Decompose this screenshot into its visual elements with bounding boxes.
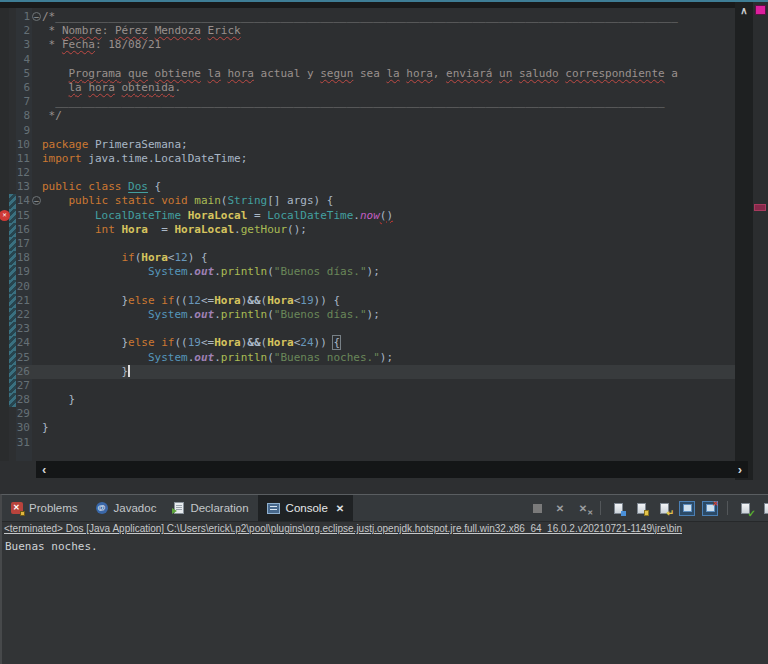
code-line[interactable]: 7 ______________________________________… bbox=[0, 95, 735, 109]
line-number[interactable]: 18 bbox=[16, 251, 32, 265]
line-number[interactable]: 19 bbox=[16, 265, 32, 279]
error-icon[interactable]: ✕ bbox=[0, 210, 10, 221]
line-number[interactable]: 11 bbox=[16, 152, 32, 166]
collapse-icon[interactable]: − bbox=[32, 196, 41, 205]
line-marker-cell bbox=[0, 336, 9, 350]
code-line[interactable]: 1−/*____________________________________… bbox=[0, 10, 735, 24]
code-line[interactable]: 17 bbox=[0, 237, 735, 251]
code-line[interactable]: 25 System.out.println("Buenas noches."); bbox=[0, 351, 735, 365]
tab-javadoc[interactable]: Javadoc bbox=[87, 495, 166, 521]
line-number[interactable]: 10 bbox=[16, 138, 32, 152]
code-line[interactable]: 5 Programa que obtiene la hora actual y … bbox=[0, 67, 735, 81]
line-number[interactable]: 25 bbox=[16, 351, 32, 365]
line-number[interactable]: 24 bbox=[16, 336, 32, 350]
line-number[interactable]: 14 bbox=[16, 194, 32, 208]
line-number[interactable]: 3 bbox=[16, 38, 32, 52]
fold-column bbox=[32, 124, 42, 138]
show-stdout-toggle-button[interactable] bbox=[679, 501, 695, 516]
fold-column bbox=[32, 223, 42, 237]
pin-console-button[interactable] bbox=[737, 501, 753, 516]
line-number[interactable]: 8 bbox=[16, 109, 32, 123]
fold-column bbox=[32, 308, 42, 322]
code-line[interactable]: 9 bbox=[0, 124, 735, 138]
code-line[interactable]: 13public class Dos { bbox=[0, 180, 735, 194]
line-number[interactable]: 6 bbox=[16, 81, 32, 95]
range-indicator bbox=[9, 322, 16, 336]
line-number[interactable]: 16 bbox=[16, 223, 32, 237]
code-line[interactable]: 20 bbox=[0, 280, 735, 294]
scroll-left-icon[interactable]: ‹ bbox=[42, 462, 46, 477]
code-line[interactable]: 23 bbox=[0, 322, 735, 336]
scroll-up-icon[interactable]: ∧ bbox=[735, 5, 753, 16]
line-number[interactable]: 20 bbox=[16, 280, 32, 294]
word-wrap-button[interactable] bbox=[656, 501, 672, 516]
line-number[interactable]: 22 bbox=[16, 308, 32, 322]
code-line[interactable]: 3 * Fecha: 18/08/21 bbox=[0, 38, 735, 52]
code-line[interactable]: 22 System.out.println("Buenos días."); bbox=[0, 308, 735, 322]
collapse-icon[interactable]: − bbox=[32, 12, 41, 21]
overview-ruler[interactable] bbox=[753, 2, 768, 480]
code-line[interactable]: 19 System.out.println("Buenos días."); bbox=[0, 265, 735, 279]
code-line[interactable]: 12 bbox=[0, 166, 735, 180]
code-line[interactable]: 10package PrimeraSemana; bbox=[0, 138, 735, 152]
code-line[interactable]: 4 bbox=[0, 53, 735, 67]
code-text: }else if((12<=Hora)&&(Hora<19)) { bbox=[42, 294, 340, 308]
line-number[interactable]: 1 bbox=[16, 10, 32, 24]
code-line[interactable]: 24 }else if((19<=Hora)&&(Hora<24)) { bbox=[0, 336, 735, 350]
code-line[interactable]: 8 */ bbox=[0, 109, 735, 123]
code-line[interactable]: 18 if(Hora<12) { bbox=[0, 251, 735, 265]
terminate-button[interactable] bbox=[529, 501, 545, 516]
line-number[interactable]: 4 bbox=[16, 53, 32, 67]
clear-console-button[interactable] bbox=[610, 501, 626, 516]
code-line[interactable]: 31 bbox=[0, 436, 735, 450]
line-number[interactable]: 21 bbox=[16, 294, 32, 308]
remove-launch-button[interactable] bbox=[552, 501, 568, 516]
tab-declaration[interactable]: Declaration bbox=[165, 495, 257, 521]
code-line[interactable]: 11import java.time.LocalDateTime; bbox=[0, 152, 735, 166]
tab-problems[interactable]: Problems bbox=[2, 495, 87, 521]
open-console-button[interactable] bbox=[760, 501, 768, 516]
close-icon[interactable]: ✕ bbox=[336, 503, 344, 514]
line-number[interactable]: 27 bbox=[16, 379, 32, 393]
code-line[interactable]: 14− public static void main(String[] arg… bbox=[0, 194, 735, 208]
fold-column bbox=[32, 166, 42, 180]
code-line[interactable]: 29 bbox=[0, 407, 735, 421]
line-number[interactable]: 17 bbox=[16, 237, 32, 251]
remove-all-terminated-button[interactable] bbox=[575, 501, 591, 516]
vertical-scrollbar[interactable]: ∧ ∨ bbox=[735, 2, 753, 480]
line-number[interactable]: 30 bbox=[16, 421, 32, 435]
scroll-lock-button[interactable] bbox=[633, 501, 649, 516]
line-number[interactable]: 23 bbox=[16, 322, 32, 336]
code-line[interactable]: 26 } bbox=[0, 365, 735, 379]
code-line[interactable]: 21 }else if((12<=Hora)&&(Hora<19)) { bbox=[0, 294, 735, 308]
line-number[interactable]: 15 bbox=[16, 209, 32, 223]
code-line[interactable]: 27 bbox=[0, 379, 735, 393]
line-number[interactable]: 13 bbox=[16, 180, 32, 194]
range-indicator bbox=[9, 124, 16, 138]
code-line[interactable]: 16 int Hora = HoraLocal.getHour(); bbox=[0, 223, 735, 237]
overview-error-header-marker[interactable] bbox=[755, 5, 766, 15]
line-number[interactable]: 7 bbox=[16, 95, 32, 109]
horizontal-scrollbar[interactable]: ‹ › bbox=[36, 461, 748, 478]
scroll-right-icon[interactable]: › bbox=[738, 462, 742, 477]
code-line[interactable]: 6 la hora obtenida. bbox=[0, 81, 735, 95]
tab-console[interactable]: Console✕ bbox=[258, 495, 354, 521]
editor-lines[interactable]: 1−/*____________________________________… bbox=[0, 8, 735, 450]
line-number[interactable]: 28 bbox=[16, 393, 32, 407]
line-number[interactable]: 9 bbox=[16, 124, 32, 138]
range-indicator bbox=[9, 308, 16, 322]
code-line[interactable]: 30} bbox=[0, 421, 735, 435]
line-number[interactable]: 2 bbox=[16, 24, 32, 38]
code-line[interactable]: ✕15 LocalDateTime HoraLocal = LocalDateT… bbox=[0, 209, 735, 223]
line-number[interactable]: 31 bbox=[16, 436, 32, 450]
line-marker-cell bbox=[0, 251, 9, 265]
code-line[interactable]: 28 } bbox=[0, 393, 735, 407]
overview-error-marker[interactable] bbox=[754, 204, 766, 211]
line-number[interactable]: 12 bbox=[16, 166, 32, 180]
code-editor[interactable]: 1−/*____________________________________… bbox=[0, 8, 735, 461]
line-number[interactable]: 29 bbox=[16, 407, 32, 421]
line-number[interactable]: 26 bbox=[16, 365, 32, 379]
show-stderr-toggle-button[interactable] bbox=[702, 501, 718, 516]
code-line[interactable]: 2 * Nombre: Pérez Mendoza Erick bbox=[0, 24, 735, 38]
line-number[interactable]: 5 bbox=[16, 67, 32, 81]
